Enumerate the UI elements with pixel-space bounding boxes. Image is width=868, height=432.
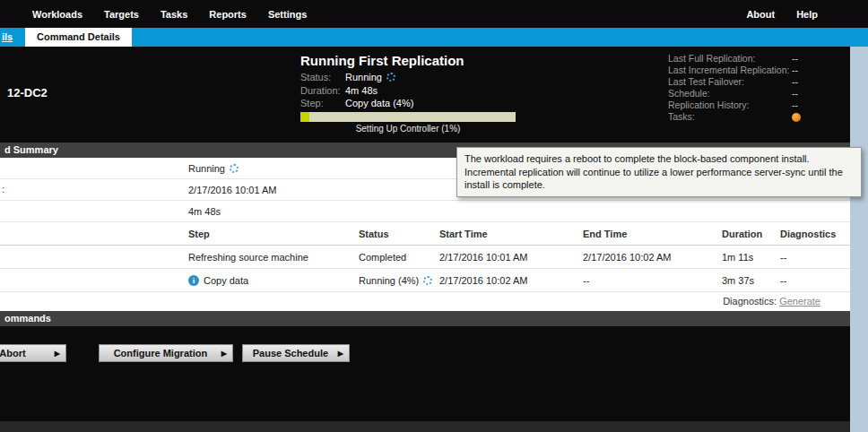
duration-label: Duration: — [300, 84, 345, 98]
app-window: Workloads Targets Tasks Reports Settings… — [0, 0, 868, 432]
page-title: Running First Replication — [300, 53, 521, 68]
col-header-end-time: End Time — [583, 222, 627, 246]
info-row: Schedule: -- — [668, 88, 856, 99]
replication-history-label: Replication History: — [668, 99, 749, 110]
spinner-icon — [423, 276, 432, 285]
info-row: Tasks: — [668, 111, 856, 123]
tasks-label: Tasks: — [668, 111, 695, 122]
tab-workload-details-partial[interactable]: ils — [2, 28, 13, 47]
abort-button-label: Abort — [0, 348, 55, 359]
duration-value: 4m 48s — [345, 84, 378, 98]
tooltip-text: The workload requires a reboot to comple… — [464, 153, 843, 190]
col-header-step: Step — [188, 222, 210, 245]
nav-item-reports[interactable]: Reports — [198, 9, 257, 20]
abort-button[interactable]: Abort ▶ — [0, 344, 66, 362]
info-row: Replication History: -- — [668, 99, 856, 111]
step-cell: Refreshing source machine — [188, 246, 308, 269]
start-time-cell: 2/17/2016 10:02 AM — [439, 269, 527, 292]
summary-row-duration: 4m 48s — [0, 201, 850, 222]
col-header-duration: Duration — [722, 222, 762, 246]
replication-header: 12-DC2 Running First Replication Status:… — [0, 47, 868, 143]
nav-item-settings[interactable]: Settings — [257, 9, 317, 20]
steps-table-header: Step Status Start Time End Time Duration… — [0, 222, 850, 246]
main-menu: Workloads Targets Tasks Reports Settings — [22, 9, 317, 20]
generate-diagnostics-link[interactable]: Generate — [779, 296, 820, 307]
tasks-value — [792, 111, 801, 123]
nav-item-targets[interactable]: Targets — [93, 9, 150, 20]
nav-item-help[interactable]: Help — [786, 9, 829, 20]
step-cell: Copy data — [204, 269, 248, 292]
nav-item-workloads[interactable]: Workloads — [22, 9, 93, 20]
spinner-icon — [386, 73, 395, 82]
right-gutter — [850, 47, 868, 432]
workload-commands-area: Abort ▶ Configure Migration ▶ Pause Sche… — [0, 326, 850, 421]
task-alert-icon[interactable] — [792, 113, 801, 122]
duration-cell: 1m 11s — [722, 246, 753, 269]
status-cell: Completed — [359, 246, 406, 269]
workload-name: 12-DC2 — [7, 86, 48, 99]
replication-history-value: -- — [792, 99, 798, 111]
last-full-replication-value: -- — [792, 53, 798, 65]
table-row: Refreshing source machine Completed 2/17… — [0, 246, 850, 269]
info-icon[interactable]: i — [188, 275, 199, 286]
progress-caption: Setting Up Controller (1%) — [300, 124, 516, 134]
step-label: Step: — [300, 97, 345, 110]
step-value: Copy data (4%) — [345, 97, 413, 110]
menu-arrow-icon: ▶ — [55, 350, 60, 358]
diagnostics-cell: -- — [780, 269, 786, 292]
menu-arrow-icon: ▶ — [221, 350, 227, 358]
summary-start-time-value: 2/17/2016 10:01 AM — [188, 185, 276, 195]
command-summary-title: d Summary — [4, 144, 58, 155]
menu-arrow-icon: ▶ — [338, 350, 343, 358]
spinner-icon — [230, 164, 239, 173]
tab-bar: ils Command Details — [0, 28, 868, 47]
schedule-value: -- — [792, 88, 798, 99]
col-header-status: Status — [359, 222, 389, 245]
workload-commands-title: ommands — [4, 313, 51, 324]
duration-cell: 3m 37s — [722, 269, 754, 292]
configure-migration-button-label: Configure Migration — [100, 348, 221, 359]
summary-status-value: Running — [188, 163, 225, 174]
end-time-cell: -- — [583, 269, 589, 292]
tab-command-details[interactable]: Command Details — [25, 28, 132, 47]
configure-migration-button[interactable]: Configure Migration ▶ — [99, 344, 233, 362]
reboot-required-tooltip: The workload requires a reboot to comple… — [456, 147, 862, 197]
bottom-status-bar — [0, 421, 868, 432]
info-row: Last Test Failover: -- — [668, 76, 856, 88]
diagnostics-cell: -- — [780, 246, 786, 269]
pause-schedule-button[interactable]: Pause Schedule ▶ — [242, 344, 350, 362]
last-full-replication-label: Last Full Replication: — [668, 53, 755, 64]
info-row: Last Incremental Replication: -- — [668, 65, 856, 76]
progress-fill — [300, 112, 309, 122]
last-incremental-replication-label: Last Incremental Replication: — [668, 65, 789, 75]
schedule-label: Schedule: — [668, 88, 710, 99]
diagnostics-label: Diagnostics: — [723, 296, 777, 307]
replication-info-panel: Last Full Replication: -- Last Increment… — [668, 53, 856, 123]
workload-commands-section-header: ommands — [0, 311, 850, 326]
last-test-failover-value: -- — [792, 76, 798, 88]
pause-schedule-button-label: Pause Schedule — [243, 348, 338, 359]
summary-row-label: : — [2, 179, 4, 200]
info-row: Last Full Replication: -- — [668, 53, 856, 65]
last-test-failover-label: Last Test Failover: — [668, 76, 744, 87]
diagnostics-generate-line: Diagnostics: Generate — [723, 292, 820, 310]
start-time-cell: 2/17/2016 10:01 AM — [439, 246, 527, 269]
last-incremental-replication-value: -- — [792, 65, 798, 76]
top-nav: Workloads Targets Tasks Reports Settings… — [0, 0, 868, 28]
col-header-start-time: Start Time — [439, 222, 488, 246]
replication-progress-bar — [300, 112, 516, 122]
status-label: Status: — [300, 71, 345, 84]
replication-status-panel: Running First Replication Status: Runnin… — [300, 53, 521, 134]
nav-item-tasks[interactable]: Tasks — [150, 9, 198, 20]
nav-item-about[interactable]: About — [735, 9, 786, 20]
end-time-cell: 2/17/2016 10:02 AM — [583, 246, 671, 269]
table-row: iCopy data Running (4%) 2/17/2016 10:02 … — [0, 269, 850, 292]
summary-duration-value: 4m 48s — [188, 206, 221, 217]
status-value: Running — [345, 71, 382, 84]
status-cell: Running (4%) — [359, 269, 419, 292]
utility-menu: About Help — [735, 9, 829, 20]
col-header-diagnostics: Diagnostics — [780, 222, 836, 246]
